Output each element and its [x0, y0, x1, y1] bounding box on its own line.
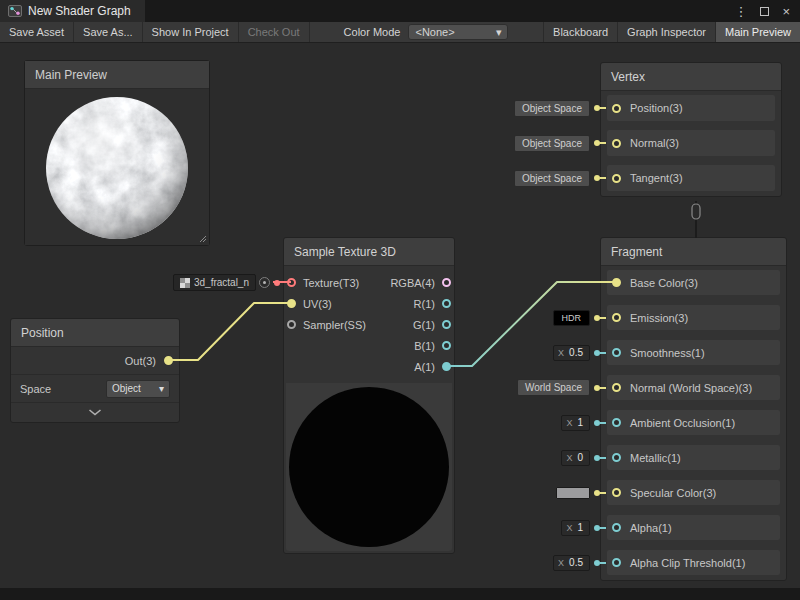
space-label: Space [20, 383, 51, 395]
block-row-label: Position(3) [630, 102, 683, 114]
main-preview-body [25, 89, 209, 245]
field-value[interactable]: 0.5 [567, 557, 589, 568]
main-preview-toggle-button[interactable]: Main Preview [715, 22, 800, 42]
port-connector-line [600, 107, 606, 109]
node-fragment[interactable]: Fragment Base Color(3) HDR Emission(3) X [600, 237, 787, 581]
blackboard-toggle-button[interactable]: Blackboard [543, 22, 617, 42]
port-emission[interactable] [612, 313, 621, 322]
input-row-texture: 3d_fractal_n Texture(T3) [284, 272, 366, 293]
show-in-project-button[interactable]: Show In Project [143, 22, 239, 42]
field-axis-label: X [562, 453, 575, 463]
port-connector-line [600, 457, 606, 459]
save-as-button[interactable]: Save As... [74, 22, 143, 42]
block-row-base-color: Base Color(3) [607, 270, 780, 295]
space-dropdown-badge[interactable]: Object Space [514, 135, 590, 152]
texture-3d-preview-sphere [289, 387, 449, 547]
node-position[interactable]: Position Out(3) Space Object ▾ [10, 318, 180, 423]
space-dropdown-badge[interactable]: Object Space [514, 170, 590, 187]
port-r-output[interactable] [442, 299, 451, 308]
node-preview-area [286, 383, 452, 551]
port-a-output[interactable] [442, 362, 451, 371]
port-sampler-input[interactable] [287, 320, 296, 329]
float-field[interactable]: X 0.5 [553, 555, 590, 571]
color-mode-label: Color Mode [336, 22, 409, 42]
float-field[interactable]: X 0 [561, 450, 590, 466]
color-mode-dropdown[interactable]: <None> ▾ [408, 24, 508, 40]
toolbar: Save Asset Save As... Show In Project Ch… [0, 22, 800, 43]
texture-thumbnail-icon [180, 278, 190, 288]
port-smoothness[interactable] [612, 348, 621, 357]
port-rgba-output[interactable] [442, 278, 451, 287]
kebab-menu-icon[interactable]: ⋮ [734, 4, 747, 19]
port-vertex-tangent[interactable] [612, 174, 621, 183]
port-texture-input[interactable] [287, 278, 296, 287]
main-preview-header[interactable]: Main Preview [25, 61, 209, 89]
block-row-label: Metallic(1) [630, 452, 681, 464]
block-row-specular-color: Specular Color(3) [607, 480, 780, 505]
shader-graph-icon [8, 4, 22, 18]
port-uv-input[interactable] [287, 299, 296, 308]
bottom-strip [0, 588, 800, 600]
field-value[interactable]: 0.5 [567, 347, 589, 358]
block-row-label: Alpha(1) [630, 522, 672, 534]
resize-grip-icon[interactable] [197, 233, 207, 243]
port-connector-line [600, 387, 606, 389]
float-field[interactable]: X 0.5 [553, 345, 590, 361]
block-row-ambient-occlusion: X 1 Ambient Occlusion(1) [607, 410, 780, 435]
tab-new-shader-graph[interactable]: New Shader Graph [0, 0, 145, 22]
hdr-color-field[interactable]: HDR [553, 310, 591, 326]
port-label: Sampler(SS) [303, 319, 366, 331]
block-row-label: Normal(3) [630, 137, 679, 149]
color-mode-value: <None> [415, 26, 454, 38]
block-row-position: Object Space Position(3) [607, 95, 775, 121]
texture-object-field[interactable]: 3d_fractal_n [173, 274, 256, 291]
close-icon[interactable]: × [782, 4, 790, 19]
port-alpha[interactable] [612, 523, 621, 532]
object-picker-icon[interactable] [259, 277, 270, 288]
graph-inspector-toggle-button[interactable]: Graph Inspector [617, 22, 715, 42]
block-row-label: Base Color(3) [630, 277, 698, 289]
port-vertex-normal[interactable] [612, 139, 621, 148]
float-field[interactable]: X 1 [561, 520, 590, 536]
port-connector-line [600, 492, 606, 494]
port-specular-color[interactable] [612, 488, 621, 497]
shader-graph-window: New Shader Graph ⋮ × Save Asset Save As.… [0, 0, 800, 600]
node-collapse-toggle[interactable] [11, 402, 179, 422]
output-row-a: A(1) [390, 356, 454, 377]
main-preview-panel[interactable]: Main Preview [24, 60, 210, 246]
port-out-output[interactable] [164, 356, 173, 365]
node-vertex[interactable]: Vertex Object Space Position(3) Object S… [600, 62, 782, 197]
block-row-label: Specular Color(3) [630, 487, 716, 499]
space-dropdown-badge[interactable]: Object Space [514, 100, 590, 117]
check-out-button[interactable]: Check Out [239, 22, 310, 42]
space-dropdown-badge[interactable]: World Space [517, 379, 590, 396]
port-alpha-clip-threshold[interactable] [612, 558, 621, 567]
output-row-r: R(1) [390, 293, 454, 314]
field-value[interactable]: 1 [575, 417, 589, 428]
port-ambient-occlusion[interactable] [612, 418, 621, 427]
output-row-rgba: RGBA(4) [390, 272, 454, 293]
port-base-color[interactable] [612, 278, 621, 287]
space-dropdown[interactable]: Object ▾ [106, 380, 170, 398]
texture-name: 3d_fractal_n [194, 277, 249, 288]
port-metallic[interactable] [612, 453, 621, 462]
block-row-smoothness: X 0.5 Smoothness(1) [607, 340, 780, 365]
color-swatch[interactable] [556, 487, 590, 499]
field-value[interactable]: 1 [575, 522, 589, 533]
port-vertex-position[interactable] [612, 104, 621, 113]
field-value[interactable]: 0 [575, 452, 589, 463]
node-sample-texture-3d[interactable]: Sample Texture 3D 3d_fractal_n [283, 237, 455, 554]
output-row-out: Out(3) [11, 347, 179, 375]
port-g-output[interactable] [442, 320, 451, 329]
port-b-output[interactable] [442, 341, 451, 350]
port-normal-ws[interactable] [612, 383, 621, 392]
sample-node-title: Sample Texture 3D [284, 238, 454, 266]
block-row-label: Normal (World Space)(3) [630, 382, 752, 394]
port-label: B(1) [414, 340, 435, 352]
float-field[interactable]: X 1 [561, 415, 590, 431]
field-axis-label: X [554, 558, 567, 568]
maximize-icon[interactable] [760, 7, 769, 16]
block-row-metallic: X 0 Metallic(1) [607, 445, 780, 470]
save-asset-button[interactable]: Save Asset [0, 22, 74, 42]
output-row-g: G(1) [390, 314, 454, 335]
